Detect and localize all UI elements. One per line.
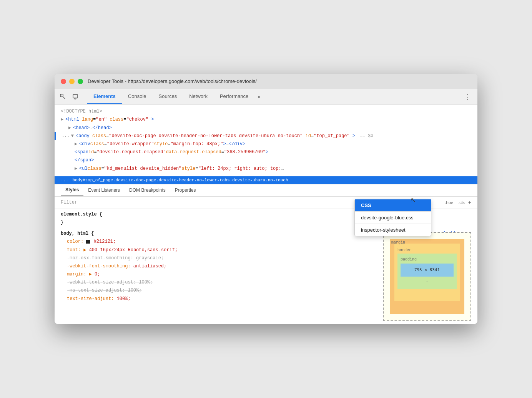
dom-tree: <!DOCTYPE html> ▶ <html lang="en" class=… xyxy=(55,104,477,176)
box-model-padding: padding 795 × 8341 - xyxy=(397,254,457,289)
box-model-outer: margin border padding 795 × 8341 - xyxy=(383,232,471,321)
title-bar: Developer Tools - https://developers.goo… xyxy=(55,74,477,89)
filter-buttons: :hov .cls + xyxy=(443,199,471,206)
tab-properties[interactable]: Properties xyxy=(170,184,201,196)
css-source-dropdown: ↖ CSS devsite-google-blue.css inspector-… xyxy=(354,199,431,236)
font-expand-arrow[interactable]: ▶ xyxy=(83,247,86,253)
svg-rect-2 xyxy=(75,98,76,99)
dropdown-item-css[interactable]: CSS xyxy=(355,199,431,212)
add-style-button[interactable]: + xyxy=(468,199,471,206)
tab-dom-breakpoints[interactable]: DOM Breakpoints xyxy=(125,184,170,196)
margin-expand-arrow[interactable]: ▶ xyxy=(89,272,92,277)
devtools-icons xyxy=(58,91,84,102)
tab-performance[interactable]: Performance xyxy=(214,89,254,104)
maximize-button[interactable] xyxy=(78,79,83,84)
dom-line-doctype[interactable]: <!DOCTYPE html> xyxy=(55,108,477,116)
filter-bar: Filter :hov .cls + ↖ CSS devsite-google-… xyxy=(55,197,477,209)
box-model-margin: margin border padding 795 × 8341 - xyxy=(390,239,464,314)
svg-rect-1 xyxy=(73,95,78,98)
tab-console[interactable]: Console xyxy=(122,89,153,104)
dom-line-head[interactable]: ▶ <head> … </head> xyxy=(55,124,477,132)
hov-button[interactable]: :hov xyxy=(443,199,455,206)
close-button[interactable] xyxy=(61,79,66,84)
cursor-arrow-icon: ↖ xyxy=(411,196,416,204)
dom-line-ul-menulist[interactable]: ▶ <ul class="kd_menulist devsite_hidden"… xyxy=(55,165,477,173)
tab-styles[interactable]: Styles xyxy=(61,184,83,196)
inspect-element-icon[interactable] xyxy=(58,91,68,102)
color-swatch[interactable] xyxy=(86,240,90,244)
more-tabs-button[interactable]: » xyxy=(254,94,263,100)
devtools-window: Developer Tools - https://developers.goo… xyxy=(55,74,477,324)
dom-line-span-close[interactable]: </span> xyxy=(55,156,477,164)
box-model-border: border padding 795 × 8341 - xyxy=(394,244,460,301)
box-model-panel: margin border padding 795 × 8341 - xyxy=(383,232,471,321)
dropdown-item-devsite[interactable]: devsite-google-blue.css xyxy=(355,212,431,224)
dom-line-body[interactable]: ... ▼ <body class="devsite-doc-page devs… xyxy=(55,132,477,140)
dom-line-span-elapsed[interactable]: <span id="devsite-request-elapsed" data-… xyxy=(55,148,477,156)
dom-line-html[interactable]: ▶ <html lang="en" class="chekov" > xyxy=(55,116,477,124)
box-model-content: 795 × 8341 xyxy=(401,264,454,277)
device-toolbar-icon[interactable] xyxy=(70,91,81,102)
dropdown-item-inspector[interactable]: inspector-stylesheet xyxy=(355,224,431,236)
main-content: <!DOCTYPE html> ▶ <html lang="en" class=… xyxy=(55,104,477,324)
styles-tabs-bar: Styles Event Listeners DOM Breakpoints P… xyxy=(55,184,477,197)
dom-line-div-wrapper[interactable]: ▶ <div class="devsite-wrapper" style="ma… xyxy=(55,140,477,148)
minimize-button[interactable] xyxy=(69,79,75,84)
tab-event-listeners[interactable]: Event Listeners xyxy=(83,184,125,196)
window-title: Developer Tools - https://developers.goo… xyxy=(88,78,257,84)
tabs-container: Elements Console Sources Network Perform… xyxy=(87,89,264,104)
tab-network[interactable]: Network xyxy=(183,89,214,104)
traffic-lights xyxy=(61,79,83,84)
styles-panel: Styles Event Listeners DOM Breakpoints P… xyxy=(55,184,477,324)
cls-button[interactable]: .cls xyxy=(456,199,467,206)
breadcrumb-bar: ... body#top_of_page.devsite-doc-page.de… xyxy=(55,176,477,184)
tab-sources[interactable]: Sources xyxy=(153,89,183,104)
filter-label: Filter xyxy=(61,200,77,205)
devtools-menu-button[interactable]: ⋮ xyxy=(461,93,474,101)
tab-bar: Elements Console Sources Network Perform… xyxy=(55,89,477,104)
tab-elements[interactable]: Elements xyxy=(87,89,122,104)
